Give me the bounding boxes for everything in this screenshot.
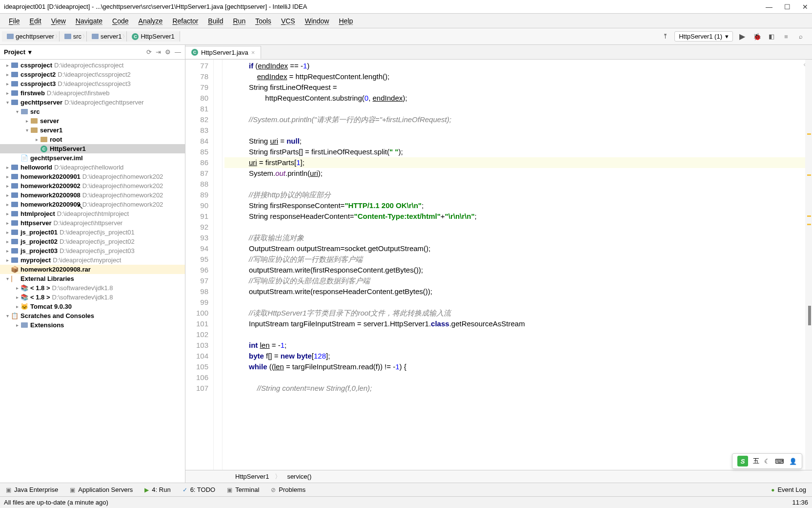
tool-window-problems[interactable]: ⊘Problems xyxy=(265,486,311,493)
tree-item-scratches-and-consoles[interactable]: ▾📋Scratches and Consoles xyxy=(0,311,185,320)
ime-mode[interactable]: 五 xyxy=(753,457,759,466)
tree-item-tomcat-9-0-30[interactable]: ▸🐱Tomcat 9.0.30 xyxy=(0,302,185,311)
tree-item-extensions[interactable]: ▸Extensions xyxy=(0,320,185,330)
tree-arrow-icon[interactable]: ▸ xyxy=(14,285,20,291)
tree-arrow-icon[interactable]: ▸ xyxy=(23,118,30,124)
maximize-icon[interactable]: ☐ xyxy=(784,3,791,11)
tree-arrow-icon[interactable]: ▸ xyxy=(33,137,40,142)
tree-arrow-icon[interactable]: ▸ xyxy=(4,174,11,179)
menu-analyze[interactable]: Analyze xyxy=(134,17,168,25)
crumb-method[interactable]: service() xyxy=(281,473,317,480)
build-icon[interactable]: ⤒ xyxy=(660,31,670,42)
tool-window-4-run[interactable]: ▶4: Run xyxy=(139,486,176,493)
tree-arrow-icon[interactable]: ▸ xyxy=(4,63,11,68)
tree-item-myproject[interactable]: ▸myprojectD:\ideaproject\myproject xyxy=(0,255,185,265)
event-log[interactable]: ●Event Log xyxy=(765,486,812,493)
tree-arrow-icon[interactable]: ▾ xyxy=(4,100,11,105)
tree-item-js-project01[interactable]: ▸js_project01D:\ideaproject\js_project01 xyxy=(0,228,185,237)
menu-build[interactable]: Build xyxy=(203,17,228,25)
hide-icon[interactable]: — xyxy=(175,48,181,56)
debug-icon[interactable]: 🐞 xyxy=(751,31,762,42)
collapse-icon[interactable]: ⇥ xyxy=(156,48,161,56)
tree-item-homework20200909[interactable]: ▸homework20200909D:\ideaproject\homework… xyxy=(0,200,185,209)
tree-arrow-icon[interactable]: ▸ xyxy=(4,257,11,263)
tree-arrow-icon[interactable]: ▸ xyxy=(4,202,11,207)
tree-item-firstweb[interactable]: ▸firstwebD:\ideaproject\firstweb xyxy=(0,88,185,98)
menu-window[interactable]: Window xyxy=(300,17,334,25)
menu-navigate[interactable]: Navigate xyxy=(71,17,107,25)
tree-arrow-icon[interactable]: ▸ xyxy=(4,81,11,86)
tree-item-js-project02[interactable]: ▸js_project02D:\ideaproject\js_project02 xyxy=(0,237,185,246)
menu-view[interactable]: View xyxy=(46,17,71,25)
tree-arrow-icon[interactable]: ▾ xyxy=(4,313,11,318)
tree-item--1-8-[interactable]: ▸📚< 1.8 >D:\softwaredev\jdk1.8 xyxy=(0,293,185,302)
tree-item-homework20200902[interactable]: ▸homework20200902D:\ideaproject\homework… xyxy=(0,181,185,190)
editor-content[interactable]: if (endIndex == -1) endIndex = httpReque… xyxy=(223,60,805,470)
run-icon[interactable]: ▶ xyxy=(737,31,748,42)
minimize-icon[interactable]: — xyxy=(766,3,772,11)
keyboard-icon[interactable]: ⌨ xyxy=(775,458,784,465)
tree-item-root[interactable]: ▸root xyxy=(0,135,185,144)
menu-vcs[interactable]: VCS xyxy=(276,17,300,25)
tree-arrow-icon[interactable]: ▸ xyxy=(4,211,11,216)
tree-arrow-icon[interactable]: ▸ xyxy=(4,183,11,189)
tree-arrow-icon[interactable]: ▸ xyxy=(4,220,11,226)
tree-item--1-8-[interactable]: ▸📚< 1.8 >D:\softwaredev\jdk1.8 xyxy=(0,283,185,293)
breadcrumb-gechttpserver[interactable]: gechttpserver xyxy=(2,31,60,42)
gear-icon[interactable]: ⚙ xyxy=(165,48,171,56)
tree-item-httpserver[interactable]: ▸httpserverD:\ideaproject\httpserver xyxy=(0,218,185,228)
code-area[interactable]: 👁 77787980818283848586878889909192939495… xyxy=(185,60,812,470)
tree-item-httpserver1[interactable]: CHttpServer1 xyxy=(0,144,185,153)
breadcrumb-server1[interactable]: server1 xyxy=(87,31,127,42)
tree-item-gechttpserver-iml[interactable]: 📄gechttpserver.iml xyxy=(0,153,185,163)
moon-icon[interactable]: ☾ xyxy=(764,458,770,465)
menu-code[interactable]: Code xyxy=(107,17,133,25)
tree-item-cssproject[interactable]: ▸cssprojectD:\ideaproject\cssproject xyxy=(0,61,185,70)
tree-arrow-icon[interactable]: ▸ xyxy=(4,230,11,235)
editor-tab[interactable]: C HttpServer1.java × xyxy=(185,46,261,59)
close-icon[interactable]: ✕ xyxy=(802,3,808,11)
tree-arrow-icon[interactable]: ▸ xyxy=(4,248,11,254)
tree-arrow-icon[interactable]: ▾ xyxy=(23,127,30,133)
tree-arrow-icon[interactable]: ▸ xyxy=(4,72,11,77)
refresh-icon[interactable]: ⟳ xyxy=(146,48,152,56)
close-tab-icon[interactable]: × xyxy=(251,49,255,56)
stop-icon[interactable]: ■ xyxy=(781,31,792,42)
ime-bar[interactable]: S 五 ☾ ⌨ 👤 xyxy=(732,453,802,469)
tree-item-external-libraries[interactable]: ▾⎹⎸⎹External Libraries xyxy=(0,274,185,283)
tree-item-homework20200908-rar[interactable]: 📦homework20200908.rar xyxy=(0,265,185,274)
user-icon[interactable]: 👤 xyxy=(789,458,797,465)
tree-arrow-icon[interactable]: ▸ xyxy=(4,239,11,244)
tree-arrow-icon[interactable]: ▾ xyxy=(14,109,20,114)
tree-arrow-icon[interactable]: ▸ xyxy=(4,165,11,170)
tree-arrow-icon[interactable]: ▸ xyxy=(4,192,11,198)
tree-item-homework20200908[interactable]: ▸homework20200908D:\ideaproject\homework… xyxy=(0,190,185,200)
menu-run[interactable]: Run xyxy=(228,17,250,25)
tree-item-htmlproject[interactable]: ▸htmlprojectD:\ideaproject\htmlproject xyxy=(0,209,185,218)
tree-arrow-icon[interactable]: ▸ xyxy=(4,90,11,96)
tool-window-java-enterprise[interactable]: ▣Java Enterprise xyxy=(0,486,64,493)
tool-window-6-todo[interactable]: ✓6: TODO xyxy=(177,486,222,493)
breadcrumb-src[interactable]: src xyxy=(60,31,87,42)
tool-window-application-servers[interactable]: ▣Application Servers xyxy=(64,486,139,493)
tree-item-homework20200901[interactable]: ▸homework20200901D:\ideaproject\homework… xyxy=(0,172,185,181)
menu-refactor[interactable]: Refactor xyxy=(167,17,203,25)
tree-item-cssproject2[interactable]: ▸cssproject2D:\ideaproject\cssproject2 xyxy=(0,70,185,79)
tool-window-terminal[interactable]: ▣Terminal xyxy=(221,486,265,493)
menu-tools[interactable]: Tools xyxy=(250,17,276,25)
tree-item-helloworld[interactable]: ▸helloworldD:\ideaproject\helloworld xyxy=(0,163,185,172)
menu-edit[interactable]: Edit xyxy=(25,17,46,25)
tree-item-server1[interactable]: ▾server1 xyxy=(0,126,185,135)
tree-arrow-icon[interactable]: ▸ xyxy=(14,322,20,328)
tree-arrow-icon[interactable]: ▸ xyxy=(14,295,20,300)
menu-file[interactable]: File xyxy=(4,17,25,25)
tree-item-server[interactable]: ▸server xyxy=(0,116,185,126)
tree-item-cssproject3[interactable]: ▸cssproject3D:\ideaproject\cssproject3 xyxy=(0,79,185,88)
coverage-icon[interactable]: ◧ xyxy=(766,31,777,42)
error-stripe[interactable] xyxy=(805,60,812,470)
run-config-selector[interactable]: HttpServer1 (1) ▾ xyxy=(674,31,733,42)
tree-item-gechttpserver[interactable]: ▾gechttpserverD:\ideaproject\gechttpserv… xyxy=(0,98,185,107)
tree-item-src[interactable]: ▾src xyxy=(0,107,185,116)
project-view-selector[interactable]: Project ▾ xyxy=(4,48,32,56)
tree-item-js-project03[interactable]: ▸js_project03D:\ideaproject\js_project03 xyxy=(0,246,185,255)
